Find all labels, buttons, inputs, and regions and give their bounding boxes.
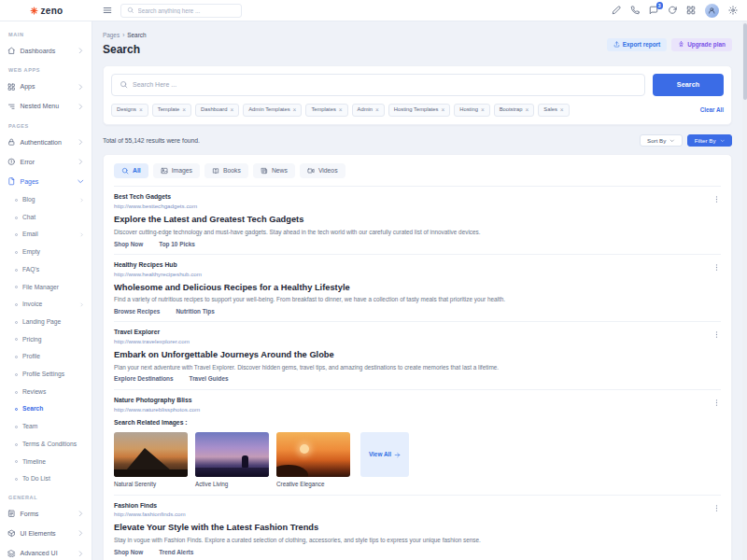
kebab-menu-icon[interactable] (712, 504, 721, 512)
kebab-menu-icon[interactable] (712, 330, 721, 339)
sidebar-subitem-profile-settings[interactable]: Profile Settings (0, 366, 92, 384)
filter-tag-hosting-templates[interactable]: Hosting Templates× (388, 104, 450, 118)
sidebar-item-nested-menu[interactable]: Nested Menu (0, 96, 92, 116)
image-thumbnail[interactable] (195, 432, 269, 477)
close-icon[interactable]: × (139, 107, 143, 114)
sidebar-subitem-landing-page[interactable]: Landing Page (0, 314, 92, 331)
filter-tag-hosting[interactable]: Hosting× (454, 104, 489, 118)
sidebar-subitem-empty[interactable]: Empty (0, 244, 92, 261)
sidebar-subitem-team[interactable]: Team (0, 418, 92, 436)
image-thumbnail[interactable] (276, 432, 350, 477)
result-url[interactable]: http://www.travelexplorer.com (114, 338, 708, 345)
compose-icon[interactable] (612, 6, 621, 15)
sidebar-item-forms[interactable]: Forms (0, 504, 92, 524)
close-icon[interactable]: × (526, 107, 529, 114)
result-action-link[interactable]: Trend Alerts (159, 549, 193, 556)
result-action-link[interactable]: Travel Guides (190, 375, 229, 383)
sidebar-item-dashboards[interactable]: Dashboards (0, 41, 92, 61)
result-url[interactable]: http://www.natureblissphotos.com (114, 406, 708, 413)
export-report-button[interactable]: Export report (607, 38, 667, 51)
scrollbar-thumb[interactable] (743, 23, 747, 100)
result-url[interactable]: http://www.besttechgadgets.com (114, 203, 708, 210)
sidebar-subitem-pricing[interactable]: Pricing (0, 331, 92, 349)
topbar-search[interactable] (120, 4, 242, 18)
search-input[interactable] (133, 81, 637, 88)
phone-icon[interactable] (630, 6, 640, 15)
close-icon[interactable]: × (182, 107, 186, 114)
sort-by-button[interactable]: Sort By (640, 134, 683, 147)
result-action-link[interactable]: Browse Recipes (114, 308, 160, 315)
close-icon[interactable]: × (230, 107, 233, 114)
sidebar-item-advanced-ui[interactable]: Advanced UI (0, 543, 92, 560)
apps-grid-icon[interactable] (686, 6, 696, 15)
scrollbar-track[interactable] (742, 21, 747, 560)
view-all-button[interactable]: View All (360, 432, 409, 477)
chat-icon[interactable]: 3 (649, 6, 658, 15)
tab-images[interactable]: Images (153, 163, 200, 178)
result-action-link[interactable]: Explore Destinations (114, 375, 174, 383)
sidebar-subitem-faq-s[interactable]: FAQ's (0, 261, 92, 279)
filter-tag-dashboard[interactable]: Dashboard× (195, 104, 239, 118)
search-button[interactable]: Search (653, 74, 724, 96)
close-icon[interactable]: × (375, 107, 379, 114)
sidebar-subitem-terms-conditions[interactable]: Terms & Conditions (0, 436, 92, 454)
related-image[interactable]: Natural Serenity (114, 432, 188, 488)
filter-tag-admin-templates[interactable]: Admin Templates× (243, 104, 302, 118)
kebab-menu-icon[interactable] (712, 399, 721, 407)
topbar-search-input[interactable] (138, 7, 236, 14)
sidebar-subitem-email[interactable]: Email (0, 226, 92, 244)
sidebar-subitem-chat[interactable]: Chat (0, 209, 92, 227)
result-action-link[interactable]: Top 10 Picks (159, 241, 195, 248)
upgrade-plan-button[interactable]: Upgrade plan (671, 38, 732, 51)
kebab-menu-icon[interactable] (712, 195, 721, 203)
menu-toggle-icon[interactable] (103, 6, 112, 15)
filter-by-button[interactable]: Filter By (687, 134, 732, 147)
close-icon[interactable]: × (339, 107, 343, 114)
tab-news[interactable]: News (253, 163, 295, 178)
tab-books[interactable]: Books (204, 163, 248, 178)
close-icon[interactable]: × (560, 107, 564, 114)
sidebar-subitem-timeline[interactable]: Timeline (0, 454, 92, 471)
search-field[interactable] (111, 74, 645, 96)
sidebar-item-pages[interactable]: Pages (0, 172, 92, 191)
tab-all[interactable]: All (114, 163, 148, 178)
image-thumbnail[interactable] (114, 432, 188, 477)
sidebar-item-ui-elements[interactable]: UI Elements (0, 524, 92, 543)
sidebar-subitem-blog[interactable]: Blog (0, 191, 92, 209)
result-action-link[interactable]: Nutrition Tips (176, 308, 214, 315)
sidebar-subitem-search[interactable]: Search (0, 400, 92, 418)
close-icon[interactable]: × (441, 107, 444, 114)
filter-tag-template[interactable]: Template× (152, 104, 191, 118)
filter-tag-templates[interactable]: Templates× (305, 104, 347, 118)
brand-logo[interactable]: zeno (0, 5, 92, 17)
breadcrumb-pages[interactable]: Pages (103, 32, 120, 39)
related-image[interactable]: Active Living (195, 432, 269, 488)
sidebar-item-error[interactable]: Error (0, 152, 92, 172)
sidebar-subitem-to-do-list[interactable]: To Do List (0, 470, 92, 488)
sidebar-subitem-profile[interactable]: Profile (0, 348, 92, 366)
sidebar-subitem-file-manager[interactable]: File Manager (0, 279, 92, 297)
result-action-link[interactable]: Shop Now (114, 549, 143, 556)
clear-all-link[interactable]: Clear All (700, 106, 724, 114)
sidebar-item-apps[interactable]: Apps (0, 77, 92, 96)
filter-tag-bootstrap[interactable]: Bootstrap× (494, 104, 535, 118)
result-title[interactable]: Explore the Latest and Greatest Tech Gad… (114, 214, 708, 225)
sidebar-subitem-reviews[interactable]: Reviews (0, 384, 92, 401)
result-title[interactable]: Embark on Unforgettable Journeys Around … (114, 349, 708, 360)
close-icon[interactable]: × (481, 107, 485, 114)
result-title[interactable]: Wholesome and Delicious Recipes for a He… (114, 282, 708, 293)
kebab-menu-icon[interactable] (712, 263, 721, 272)
sidebar-subitem-invoice[interactable]: Invoice (0, 296, 92, 314)
close-icon[interactable]: × (293, 107, 297, 114)
result-url[interactable]: http://www.fashionfinds.com (114, 511, 708, 518)
related-image[interactable]: Creative Elegance (276, 432, 350, 488)
tab-videos[interactable]: Videos (300, 163, 345, 178)
refresh-icon[interactable] (668, 6, 677, 15)
gear-icon[interactable] (728, 6, 738, 15)
result-url[interactable]: http://www.healthyrecipeshub.com (114, 271, 708, 278)
filter-tag-sales[interactable]: Sales× (538, 104, 569, 118)
filter-tag-designs[interactable]: Designs× (111, 104, 148, 118)
filter-tag-admin[interactable]: Admin× (352, 104, 385, 118)
result-action-link[interactable]: Shop Now (114, 241, 143, 248)
sidebar-item-authentication[interactable]: Authentication (0, 133, 92, 152)
